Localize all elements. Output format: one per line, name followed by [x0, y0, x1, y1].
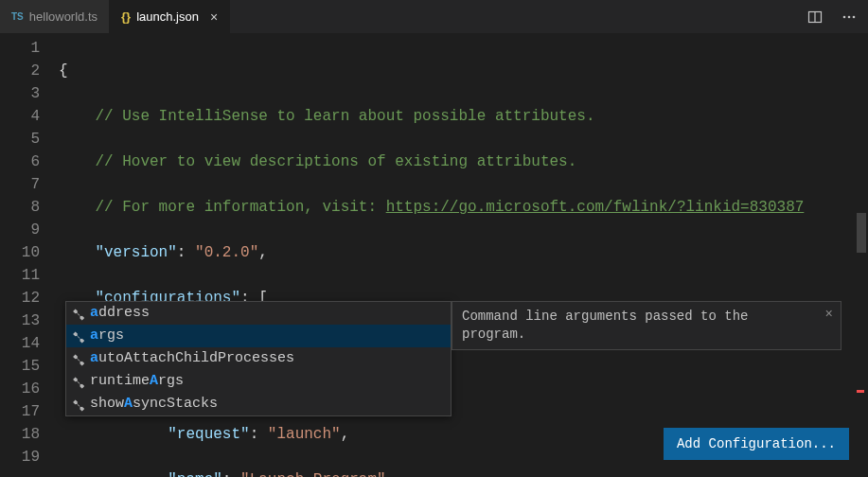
- scrollbar-thumb[interactable]: [857, 213, 866, 253]
- suggest-widget[interactable]: address args autoAttachChildProcesses ru…: [65, 301, 452, 416]
- doc-link[interactable]: https://go.microsoft.com/fwlink/?linkid=…: [386, 199, 805, 216]
- close-icon[interactable]: ×: [825, 306, 833, 324]
- tab-bar: TS helloworld.ts {} launch.json ×: [0, 0, 868, 33]
- wrench-icon: [70, 375, 84, 389]
- svg-point-2: [843, 15, 846, 18]
- tab-label: helloworld.ts: [29, 9, 97, 24]
- svg-point-4: [853, 15, 856, 18]
- suggest-item-args[interactable]: args: [66, 325, 451, 347]
- more-icon[interactable]: [836, 4, 862, 30]
- typescript-icon: TS: [11, 10, 24, 23]
- overview-error-marker[interactable]: [857, 390, 864, 393]
- wrench-icon: [70, 352, 84, 366]
- wrench-icon: [70, 307, 84, 321]
- suggest-documentation: Command line arguments passed to the pro…: [452, 301, 841, 350]
- suggest-item-showasyncstacks[interactable]: showAsyncStacks: [66, 393, 451, 415]
- wrench-icon: [70, 329, 84, 344]
- vertical-scrollbar[interactable]: [855, 33, 868, 477]
- split-editor-icon[interactable]: [802, 4, 828, 30]
- tab-helloworld[interactable]: TS helloworld.ts: [0, 0, 110, 33]
- suggest-doc-text: Command line arguments passed to the pro…: [462, 309, 748, 342]
- svg-point-3: [848, 15, 851, 18]
- suggest-item-address[interactable]: address: [66, 302, 451, 325]
- add-configuration-button[interactable]: Add Configuration...: [664, 428, 849, 460]
- json-braces-icon: {}: [121, 9, 131, 24]
- suggest-item-runtimeargs[interactable]: runtimeArgs: [66, 370, 451, 393]
- close-icon[interactable]: ×: [210, 10, 218, 24]
- suggest-item-autoattach[interactable]: autoAttachChildProcesses: [66, 347, 451, 370]
- wrench-icon: [70, 398, 84, 412]
- tab-launch-json[interactable]: {} launch.json ×: [110, 0, 230, 33]
- code-editor[interactable]: 12 34 56 78 910 1112 1314 1516 1718 19 {…: [0, 33, 868, 477]
- line-number-gutter: 12 34 56 78 910 1112 1314 1516 1718 19: [0, 33, 59, 468]
- tab-label: launch.json: [136, 9, 199, 24]
